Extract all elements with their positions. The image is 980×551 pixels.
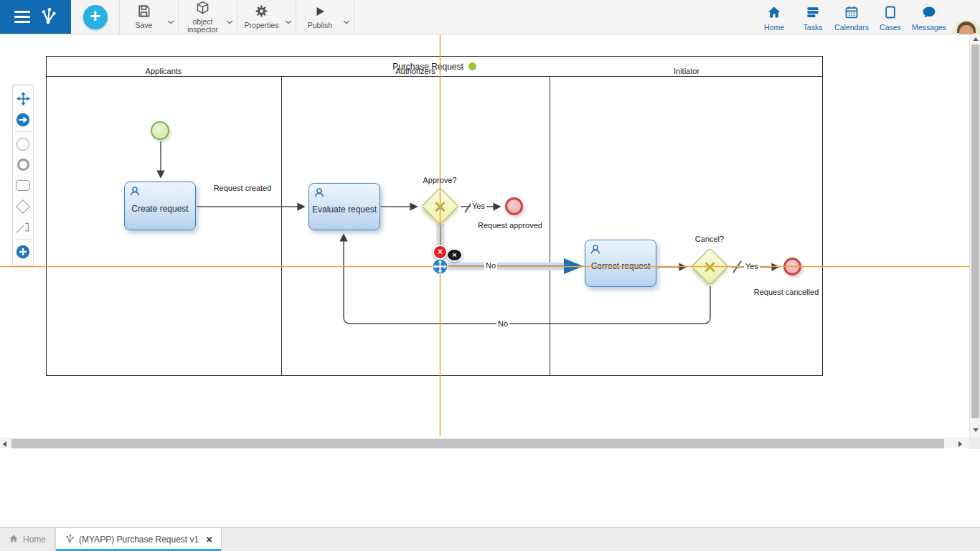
nav-messages-label: Messages	[912, 23, 946, 32]
cases-icon	[883, 5, 897, 22]
gateway-label-cancel: Cancel?	[694, 235, 725, 244]
diagram-tab-icon	[65, 534, 75, 546]
nav-messages[interactable]: Messages	[910, 2, 948, 32]
palette-gateway-tool[interactable]	[13, 196, 33, 217]
palette-start-event-tool[interactable]	[13, 133, 33, 154]
move-flow-handle-icon[interactable]	[432, 258, 448, 275]
save-label: Save	[123, 22, 166, 29]
nav-calendars[interactable]: Calendars	[832, 2, 871, 32]
flow-label-approve-no: No	[484, 261, 497, 270]
calendar-icon	[844, 5, 859, 22]
app-logo-icon[interactable]	[39, 6, 57, 28]
scrollbar-corner	[969, 438, 980, 449]
scroll-left-icon[interactable]	[3, 441, 6, 447]
palette-divider	[15, 131, 31, 132]
properties-dropdown-icon[interactable]	[285, 14, 292, 27]
menu-icon[interactable]	[14, 11, 30, 23]
scroll-down-icon[interactable]	[973, 428, 979, 432]
flow-label-approve-yes: Yes	[471, 202, 486, 211]
properties-label: Properties	[240, 22, 283, 29]
save-button[interactable]: Save	[119, 0, 178, 34]
publish-label: Publish	[298, 22, 341, 29]
cube-icon	[196, 1, 209, 17]
diagram-canvas[interactable]: Purchase Request Applicants Authorizers …	[0, 34, 980, 438]
home-icon	[766, 5, 782, 22]
palette-end-event-tool[interactable]	[13, 154, 33, 175]
horizontal-scrollbar[interactable]	[0, 438, 980, 448]
nav-cases[interactable]: Cases	[871, 2, 910, 32]
save-icon	[137, 4, 151, 21]
palette-link-tool[interactable]	[13, 217, 33, 237]
flow-label-cancel-yes: Yes	[744, 262, 760, 271]
home-tab-icon	[9, 534, 19, 545]
bottom-tab-bar: Home (MYAPP) Purchase Request v1 ×	[0, 527, 980, 551]
nav-cases-label: Cases	[880, 23, 901, 32]
delete-flow-icon[interactable]: ×	[433, 245, 448, 260]
add-button[interactable]: +	[83, 5, 108, 29]
top-toolbar: + Save object inspector	[0, 0, 980, 34]
publish-dropdown-icon[interactable]	[343, 14, 350, 27]
vertical-scrollbar[interactable]	[969, 34, 980, 438]
messages-icon	[921, 5, 937, 22]
object-inspector-label: object inspector	[182, 18, 225, 34]
gear-icon	[255, 4, 268, 21]
palette-add-tool[interactable]	[13, 241, 33, 262]
palette-flow-tool[interactable]	[13, 109, 33, 130]
tab-home[interactable]: Home	[0, 528, 55, 551]
properties-button[interactable]: Properties	[237, 0, 296, 34]
play-icon	[314, 5, 326, 21]
tab-purchase-request-label: (MYAPP) Purchase Request v1	[79, 534, 199, 545]
event-label-request-approved: Request approved	[476, 221, 544, 230]
scroll-up-icon[interactable]	[973, 37, 979, 41]
vertical-scroll-thumb[interactable]	[971, 44, 979, 418]
brand-block	[0, 0, 71, 34]
nav-tasks[interactable]: Tasks	[793, 2, 832, 32]
flow-label-request-created: Request created	[212, 184, 273, 193]
close-tab-icon[interactable]: ×	[206, 534, 212, 545]
flow-label-cancel-no: No	[496, 319, 509, 329]
palette-divider	[15, 239, 31, 240]
alignment-guides	[0, 34, 980, 438]
object-inspector-button[interactable]: object inspector	[178, 0, 237, 34]
nav-home[interactable]: Home	[755, 2, 793, 32]
save-dropdown-icon[interactable]	[167, 14, 174, 27]
tasks-icon	[805, 5, 821, 22]
gateway-label-approve: Approve?	[421, 176, 458, 185]
tab-home-label: Home	[23, 534, 46, 545]
nav-tasks-label: Tasks	[804, 23, 823, 32]
scroll-right-icon[interactable]	[958, 441, 962, 447]
event-label-request-cancelled: Request cancelled	[753, 288, 821, 297]
delete-flow-alt-icon[interactable]: ×	[446, 248, 463, 262]
tab-purchase-request[interactable]: (MYAPP) Purchase Request v1 ×	[55, 528, 222, 551]
nav-home-label: Home	[764, 23, 784, 32]
object-inspector-dropdown-icon[interactable]	[226, 14, 233, 27]
palette-task-tool[interactable]	[13, 175, 33, 196]
publish-button[interactable]: Publish	[296, 0, 354, 34]
nav-calendars-label: Calendars	[834, 23, 869, 32]
palette-move-tool[interactable]	[13, 88, 33, 109]
top-nav: Home Tasks Calendars	[755, 0, 980, 34]
bottom-spacer	[0, 448, 980, 527]
horizontal-scroll-thumb[interactable]	[11, 439, 944, 448]
shape-palette	[12, 84, 34, 266]
